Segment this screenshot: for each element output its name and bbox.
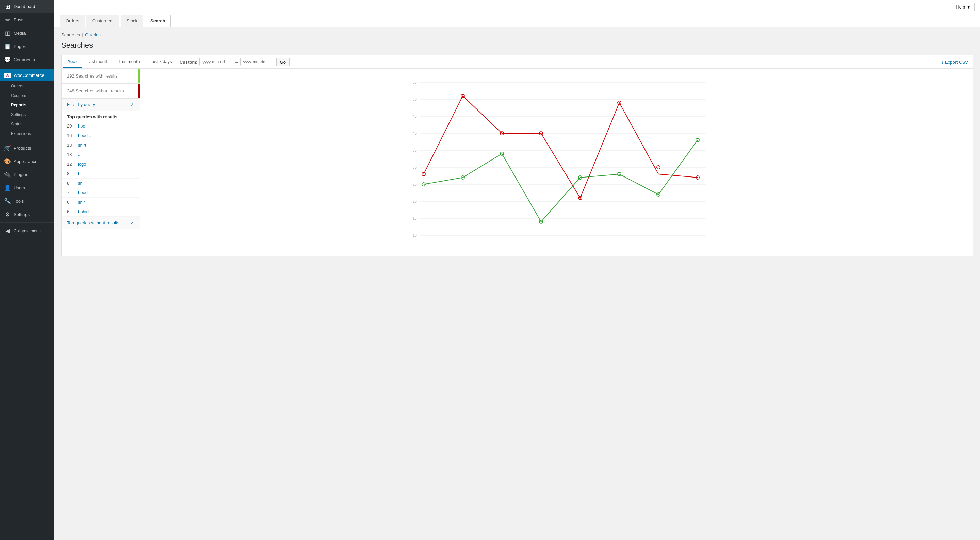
tab-search[interactable]: Search bbox=[145, 14, 171, 27]
chart-area: 55 50 45 40 35 30 25 20 bbox=[140, 69, 973, 256]
query-link-1[interactable]: hoodie bbox=[78, 133, 91, 138]
query-row-5: 8 t bbox=[62, 169, 140, 178]
query-link-6[interactable]: shi bbox=[78, 181, 84, 186]
sidebar-sub-extensions[interactable]: Extensions bbox=[0, 129, 54, 138]
sidebar-item-label: Posts bbox=[14, 17, 25, 22]
query-link-4[interactable]: logo bbox=[78, 162, 86, 167]
sidebar-item-label: Products bbox=[14, 146, 31, 151]
filter-custom: Custom: – Go bbox=[177, 56, 292, 68]
sidebar-item-tools[interactable]: 🔧 Tools bbox=[0, 194, 54, 208]
sidebar-item-appearance[interactable]: 🎨 Appearance bbox=[0, 155, 54, 168]
svg-text:20: 20 bbox=[413, 199, 417, 203]
svg-text:40: 40 bbox=[413, 131, 417, 135]
sidebar-item-posts[interactable]: ✏ Posts bbox=[0, 13, 54, 27]
expand-icon[interactable]: ⤢ bbox=[130, 102, 134, 107]
date-dash: – bbox=[235, 59, 238, 65]
help-button[interactable]: Help ▼ bbox=[952, 3, 975, 11]
sidebar: ⊞ Dashboard ✏ Posts ◫ Media 📋 Pages 💬 Co… bbox=[0, 0, 54, 540]
sidebar-sub-settings[interactable]: Settings bbox=[0, 110, 54, 119]
top-queries-without-results-label[interactable]: Top queries without results bbox=[67, 220, 119, 226]
sidebar-item-label: Appearance bbox=[14, 159, 37, 164]
go-button[interactable]: Go bbox=[276, 58, 290, 66]
svg-text:45: 45 bbox=[413, 114, 417, 118]
query-link-8[interactable]: shir bbox=[78, 200, 85, 205]
pages-icon: 📋 bbox=[4, 43, 11, 50]
export-csv-button[interactable]: ↓ Export CSV bbox=[938, 59, 972, 65]
settings-icon: ⚙ bbox=[4, 211, 11, 218]
appearance-icon: 🎨 bbox=[4, 158, 11, 165]
tab-orders[interactable]: Orders bbox=[60, 14, 85, 27]
custom-label: Custom: bbox=[180, 59, 198, 65]
top-queries-title: Top queries with results bbox=[62, 111, 140, 121]
query-row-0: 20 hoo bbox=[62, 121, 140, 131]
svg-text:10: 10 bbox=[413, 233, 417, 237]
tab-customers[interactable]: Customers bbox=[86, 14, 119, 27]
posts-icon: ✏ bbox=[4, 17, 11, 23]
sidebar-collapse-menu[interactable]: ◀ Collapse menu bbox=[0, 224, 54, 237]
tab-stock[interactable]: Stock bbox=[121, 14, 143, 27]
query-link-9[interactable]: t-shirt bbox=[78, 209, 89, 214]
breadcrumb: Searches | Queries bbox=[61, 32, 973, 37]
breadcrumb-queries[interactable]: Queries bbox=[85, 32, 101, 37]
sidebar-sub-reports[interactable]: Reports bbox=[0, 100, 54, 110]
topbar: Help ▼ bbox=[54, 0, 980, 14]
sidebar-item-pages[interactable]: 📋 Pages bbox=[0, 40, 54, 53]
main-content: Help ▼ Orders Customers Stock Search Sea… bbox=[54, 0, 980, 540]
query-row-7: 7 hood bbox=[62, 188, 140, 198]
dashboard-icon: ⊞ bbox=[4, 3, 11, 10]
query-link-0[interactable]: hoo bbox=[78, 124, 86, 129]
custom-from-input[interactable] bbox=[199, 58, 234, 66]
plugins-icon: 🔌 bbox=[4, 172, 11, 178]
breadcrumb-sep: | bbox=[82, 32, 83, 37]
tools-icon: 🔧 bbox=[4, 198, 11, 204]
query-link-5[interactable]: t bbox=[78, 171, 79, 176]
query-link-3[interactable]: a bbox=[78, 152, 80, 157]
red-line bbox=[424, 96, 698, 198]
sidebar-sub-coupons[interactable]: Coupons bbox=[0, 91, 54, 100]
comments-icon: 💬 bbox=[4, 56, 11, 63]
filter-query-header: Filter by query ⤢ bbox=[62, 98, 140, 111]
sidebar-sub-status[interactable]: Status bbox=[0, 119, 54, 129]
stat-indicator-red bbox=[138, 84, 140, 98]
users-icon: 👤 bbox=[4, 185, 11, 191]
filter-bar: Year Last month This month Last 7 days C… bbox=[61, 55, 973, 68]
collapse-icon: ◀ bbox=[4, 227, 11, 234]
sidebar-item-settings[interactable]: ⚙ Settings bbox=[0, 208, 54, 221]
query-link-7[interactable]: hood bbox=[78, 190, 88, 195]
query-count-8: 6 bbox=[67, 200, 74, 205]
sidebar-item-label: WooCommerce bbox=[14, 73, 44, 78]
custom-to-input[interactable] bbox=[240, 58, 274, 66]
sidebar-item-label: Plugins bbox=[14, 172, 28, 177]
sidebar-item-label: Comments bbox=[14, 57, 35, 62]
sidebar-item-media[interactable]: ◫ Media bbox=[0, 27, 54, 40]
reports-layout: 192 Searches with results 248 Searches w… bbox=[61, 68, 973, 256]
svg-text:15: 15 bbox=[413, 216, 417, 220]
filter-last7days[interactable]: Last 7 days bbox=[145, 56, 177, 68]
expand-without-results-icon[interactable]: ⤢ bbox=[130, 220, 134, 226]
query-count-7: 7 bbox=[67, 190, 74, 195]
sidebar-item-plugins[interactable]: 🔌 Plugins bbox=[0, 168, 54, 181]
filter-last-month[interactable]: Last month bbox=[82, 56, 113, 68]
query-count-1: 16 bbox=[67, 133, 74, 138]
sidebar-item-users[interactable]: 👤 Users bbox=[0, 181, 54, 194]
filter-query-label[interactable]: Filter by query bbox=[67, 102, 95, 107]
breadcrumb-searches: Searches bbox=[61, 32, 80, 37]
query-row-2: 13 shirt bbox=[62, 140, 140, 150]
filter-this-month[interactable]: This month bbox=[113, 56, 145, 68]
sidebar-item-label: Dashboard bbox=[14, 4, 35, 9]
sidebar-item-comments[interactable]: 💬 Comments bbox=[0, 53, 54, 66]
top-queries-without-results-header: Top queries without results ⤢ bbox=[62, 217, 140, 229]
stat-with-results: 192 Searches with results bbox=[62, 69, 140, 84]
sidebar-item-label: Tools bbox=[14, 199, 24, 204]
svg-text:30: 30 bbox=[413, 165, 417, 169]
sidebar-item-products[interactable]: 🛒 Products bbox=[0, 141, 54, 155]
content-area: Orders Customers Stock Search Searches |… bbox=[54, 14, 980, 540]
sidebar-sub-orders[interactable]: Orders bbox=[0, 81, 54, 91]
products-icon: 🛒 bbox=[4, 145, 11, 151]
svg-text:50: 50 bbox=[413, 97, 417, 101]
query-link-2[interactable]: shirt bbox=[78, 143, 86, 148]
sidebar-item-dashboard[interactable]: ⊞ Dashboard bbox=[0, 0, 54, 13]
filter-year[interactable]: Year bbox=[63, 56, 82, 68]
sidebar-item-woocommerce[interactable]: W WooCommerce bbox=[0, 69, 54, 81]
svg-text:55: 55 bbox=[413, 80, 417, 84]
